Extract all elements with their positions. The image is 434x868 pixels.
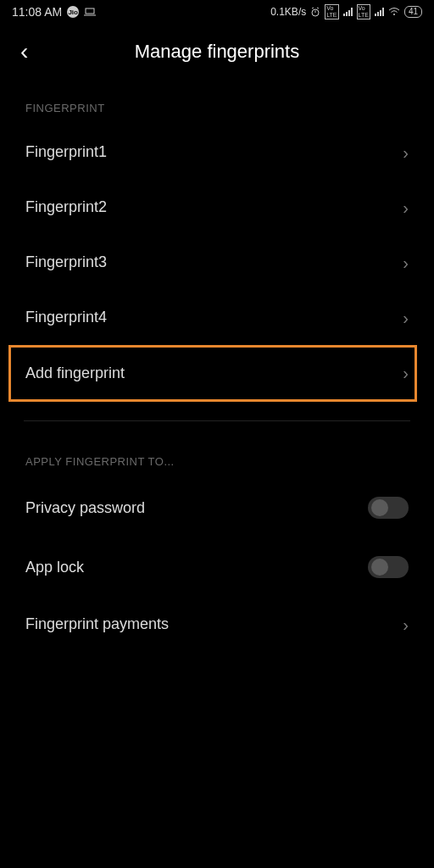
section-header-apply: APPLY FINGERPRINT TO... [0, 440, 434, 478]
status-right: 0.1KB/s VoLTE VoLTE 41 [270, 4, 422, 19]
page-header: ‹ Manage fingerprints [0, 24, 434, 86]
add-fingerprint-button[interactable]: Add fingerprint [8, 345, 417, 402]
laptop-icon [84, 8, 96, 16]
data-rate: 0.1KB/s [270, 6, 306, 18]
fingerprint-label: Fingerprint4 [25, 309, 107, 326]
svg-rect-0 [86, 8, 94, 14]
privacy-password-item[interactable]: Privacy password [0, 478, 434, 537]
fingerprint-item-4[interactable]: Fingerprint4 › [0, 290, 434, 345]
back-button[interactable]: ‹ [20, 40, 28, 64]
wifi-icon [388, 8, 400, 16]
fingerprint-label: Fingerprint2 [25, 198, 107, 216]
section-header-fingerprint: FINGERPRINT [0, 86, 434, 125]
chevron-right-icon: › [403, 144, 409, 161]
chevron-right-icon: › [403, 199, 409, 216]
svg-line-5 [317, 8, 319, 8]
fingerprint-item-3[interactable]: Fingerprint3 › [0, 235, 434, 290]
fingerprint-payments-label: Fingerprint payments [25, 615, 169, 633]
volte-icon-2: VoLTE [357, 4, 370, 19]
alarm-icon [310, 7, 320, 17]
page-title: Manage fingerprints [14, 41, 420, 63]
fingerprint-label: Fingerprint1 [25, 143, 107, 161]
chevron-right-icon: › [403, 364, 409, 383]
battery-icon: 41 [404, 6, 422, 18]
fingerprint-item-2[interactable]: Fingerprint2 › [0, 180, 434, 235]
svg-line-4 [312, 8, 314, 8]
add-fingerprint-label: Add fingerprint [25, 364, 125, 382]
signal-icon-2 [375, 8, 384, 16]
status-bar: 11:08 AM Jio 0.1KB/s VoLTE VoLTE 41 [0, 0, 434, 24]
app-lock-toggle[interactable] [368, 556, 409, 578]
divider [24, 420, 410, 421]
fingerprint-label: Fingerprint3 [25, 253, 107, 271]
app-lock-label: App lock [25, 559, 84, 576]
signal-icon-1 [343, 8, 353, 16]
carrier-icon: Jio [67, 6, 79, 18]
status-left: 11:08 AM Jio [12, 5, 96, 19]
fingerprint-payments-item[interactable]: Fingerprint payments › [0, 597, 434, 652]
chevron-right-icon: › [403, 254, 409, 271]
status-time: 11:08 AM [12, 5, 62, 19]
svg-point-6 [393, 14, 395, 15]
chevron-right-icon: › [403, 309, 409, 326]
fingerprint-item-1[interactable]: Fingerprint1 › [0, 125, 434, 180]
privacy-password-toggle[interactable] [368, 497, 409, 519]
privacy-password-label: Privacy password [25, 499, 145, 517]
volte-icon-1: VoLTE [325, 4, 338, 19]
chevron-right-icon: › [403, 616, 409, 633]
app-lock-item[interactable]: App lock [0, 537, 434, 597]
